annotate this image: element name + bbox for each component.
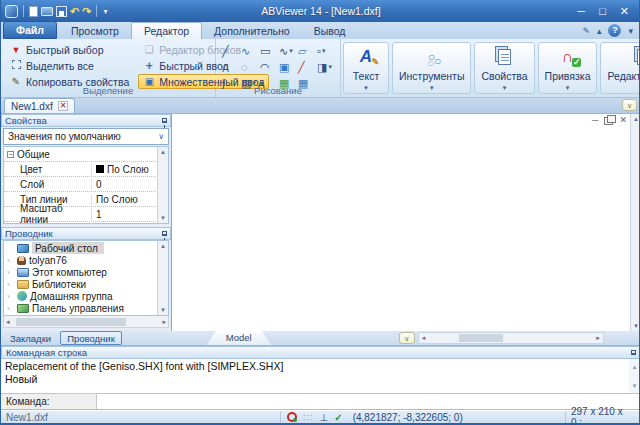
document-tab[interactable]: New1.dxf ✕ bbox=[4, 98, 75, 113]
select-all-icon bbox=[12, 60, 21, 69]
scroll-up-icon[interactable]: ▴ bbox=[161, 148, 165, 156]
snap-button[interactable]: ∩✓ Привязка ▾ bbox=[538, 42, 598, 94]
model-tab[interactable]: Model bbox=[207, 331, 271, 345]
pin-icon[interactable] bbox=[162, 118, 167, 123]
grid-toggle-icon[interactable]: ::: bbox=[303, 412, 314, 422]
expander-icon[interactable]: › bbox=[7, 304, 14, 313]
tree-item-desktop[interactable]: Рабочий стол bbox=[4, 242, 168, 254]
block-insert-tool[interactable]: ▣ bbox=[279, 59, 298, 75]
scroll-thumb[interactable] bbox=[459, 334, 503, 342]
arc-tool[interactable]: ◠ bbox=[260, 59, 279, 75]
scroll-up-icon[interactable]: ▴ bbox=[634, 115, 638, 123]
redo-icon[interactable]: ↷ bbox=[82, 6, 91, 17]
drawing-canvas[interactable]: ─ ✕ ▴ ▾ bbox=[171, 114, 640, 331]
explorer-scrollbar[interactable]: ▴ ▾ bbox=[157, 241, 168, 315]
tab-editor[interactable]: Редактор bbox=[131, 22, 202, 39]
tree-item-label: Рабочий стол bbox=[32, 242, 104, 254]
scroll-down-icon[interactable]: ▾ bbox=[634, 322, 638, 330]
explorer-hscrollbar[interactable]: ◂ ▸ bbox=[3, 316, 169, 328]
edit-button[interactable]: Редактировать ▾ bbox=[600, 42, 640, 94]
scroll-up-icon[interactable]: ▴ bbox=[161, 242, 165, 250]
expander-icon[interactable]: › bbox=[7, 268, 14, 277]
region-tool[interactable]: ◨▾ bbox=[317, 59, 336, 75]
save-icon[interactable] bbox=[56, 6, 67, 17]
group-label: Общие bbox=[17, 149, 50, 160]
tree-item-user[interactable]: › tolyan76 bbox=[4, 254, 168, 266]
properties-scrollbar[interactable]: ▴ ▾ bbox=[157, 147, 168, 223]
help-dropdown-icon[interactable]: ▾ bbox=[628, 26, 633, 36]
ellipse-tool[interactable]: ◌ bbox=[241, 59, 260, 75]
canvas-hscrollbar[interactable]: ◂ ▸ bbox=[418, 332, 604, 344]
tab-output[interactable]: Вывод bbox=[302, 23, 358, 39]
help-button[interactable]: ? bbox=[608, 24, 621, 37]
tab-bookmarks[interactable]: Закладки bbox=[3, 331, 58, 345]
mdi-minimize-icon[interactable]: ─ bbox=[592, 116, 598, 125]
property-group-row[interactable]: − Общие bbox=[4, 147, 168, 162]
scroll-left-icon[interactable]: ◂ bbox=[422, 334, 426, 342]
ortho-toggle-icon[interactable]: ⊥ bbox=[320, 412, 329, 423]
line-tool[interactable]: ╱ bbox=[222, 43, 241, 59]
osnap-toggle-icon[interactable]: ✓ bbox=[334, 412, 342, 423]
chevron-down-icon: ▾ bbox=[322, 44, 326, 58]
property-row-color[interactable]: Цвет По Слою bbox=[4, 162, 168, 177]
app-icon[interactable] bbox=[5, 5, 18, 18]
abviewer-window: ↶ ↷ ▾ ABViewer 14 - [New1.dxf] ─ □ ✕ Фай… bbox=[0, 0, 640, 425]
scroll-up-icon[interactable]: ▴ bbox=[633, 360, 637, 373]
scroll-right-icon[interactable]: ▸ bbox=[162, 318, 166, 326]
scroll-down-icon[interactable]: ▾ bbox=[633, 379, 637, 392]
copy-block-tool[interactable]: ▱ bbox=[298, 43, 317, 59]
property-row-layer[interactable]: Слой 0 bbox=[4, 177, 168, 192]
rectangle-tool[interactable]: ▭ bbox=[260, 43, 279, 59]
mdi-close-icon[interactable]: ✕ bbox=[619, 116, 627, 125]
pin-icon[interactable] bbox=[162, 231, 167, 236]
multiline-tool[interactable]: ∿▾ bbox=[279, 43, 298, 59]
canvas-vscrollbar[interactable]: ▴ ▾ bbox=[630, 114, 640, 331]
close-button[interactable]: ✕ bbox=[620, 5, 629, 18]
tools-button[interactable]: ○ Инструменты ▾ bbox=[392, 42, 471, 94]
polyline-tool[interactable]: ∿ bbox=[241, 43, 260, 59]
new-file-icon[interactable] bbox=[29, 6, 38, 17]
tab-advanced[interactable]: Дополнительно bbox=[202, 23, 302, 39]
quick-select-button[interactable]: ▼ Быстрый выбор bbox=[5, 42, 134, 57]
collapse-icon[interactable]: − bbox=[7, 151, 14, 158]
tab-view[interactable]: Просмотр bbox=[59, 23, 131, 39]
maximize-button[interactable]: □ bbox=[599, 5, 606, 17]
pin-icon[interactable] bbox=[631, 350, 636, 355]
minimize-button[interactable]: ─ bbox=[577, 5, 585, 17]
tree-item-control-panel[interactable]: › Панель управления bbox=[4, 302, 168, 314]
tree-item-computer[interactable]: › Этот компьютер bbox=[4, 266, 168, 278]
pencil-edit-icon[interactable]: ✎ bbox=[582, 26, 590, 36]
expander-icon[interactable]: › bbox=[7, 256, 14, 265]
expander-icon[interactable]: › bbox=[7, 292, 14, 301]
scroll-thumb[interactable] bbox=[16, 318, 126, 326]
scroll-down-icon[interactable]: ▾ bbox=[161, 306, 165, 314]
tree-item-homegroup[interactable]: › Домашняя группа bbox=[4, 290, 168, 302]
tab-overflow-button[interactable]: ∨ bbox=[622, 99, 637, 111]
select-all-button[interactable]: Выделить все bbox=[5, 58, 134, 73]
collapse-ribbon-icon[interactable]: ▴ bbox=[597, 26, 602, 36]
snap-toggle-icon[interactable] bbox=[287, 412, 297, 422]
tree-item-libraries[interactable]: › Библиотеки bbox=[4, 278, 168, 290]
properties-button[interactable]: Свойства ▾ bbox=[474, 42, 534, 94]
undo-icon[interactable]: ↶ bbox=[70, 6, 79, 17]
scroll-left-icon[interactable]: ◂ bbox=[6, 318, 10, 326]
expander-icon[interactable]: › bbox=[7, 280, 14, 289]
dimension-tool[interactable]: ╱ bbox=[298, 59, 317, 75]
qat-customize-icon[interactable]: ▾ bbox=[103, 7, 107, 16]
mdi-restore-icon[interactable] bbox=[604, 117, 613, 125]
tab-file[interactable]: Файл bbox=[3, 21, 57, 39]
tab-explorer[interactable]: Проводник bbox=[60, 331, 122, 345]
command-input[interactable] bbox=[97, 394, 640, 409]
explorer-tree: Рабочий стол › tolyan76 › Этот компьютер… bbox=[3, 240, 169, 316]
text-button[interactable]: A✎ Текст ▾ bbox=[343, 42, 389, 94]
close-tab-icon[interactable]: ✕ bbox=[58, 101, 69, 111]
scroll-right-icon[interactable]: ▸ bbox=[596, 334, 600, 342]
viewport-tool[interactable]: ▫▾ bbox=[317, 43, 336, 59]
circle-tool[interactable]: ○ bbox=[222, 59, 241, 75]
property-row-linescale[interactable]: Масштаб линии 1 bbox=[4, 207, 168, 222]
scroll-down-icon[interactable]: ▾ bbox=[161, 214, 165, 222]
command-scrollbar[interactable]: ▴ ▾ bbox=[629, 359, 640, 393]
open-file-icon[interactable] bbox=[41, 7, 53, 16]
layout-menu-button[interactable]: ∨ bbox=[399, 332, 415, 344]
properties-preset-dropdown[interactable]: Значения по умолчанию ∨ bbox=[3, 128, 169, 145]
